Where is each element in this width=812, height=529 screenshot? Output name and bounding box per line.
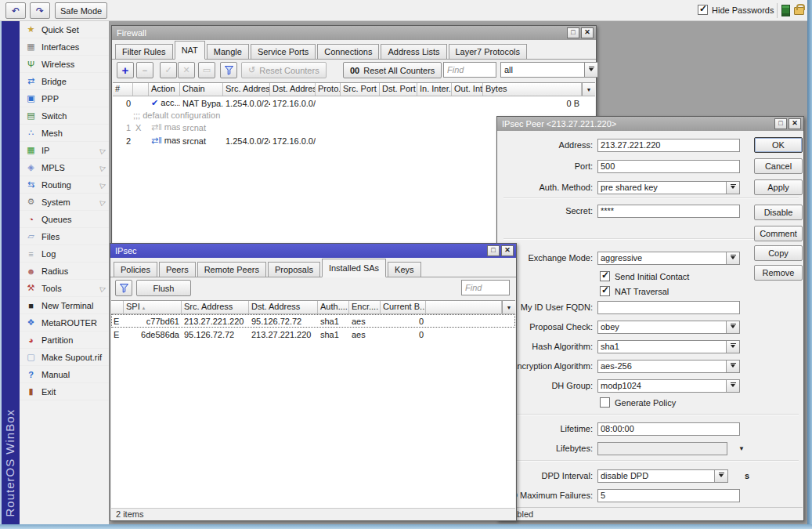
undo-button[interactable]: ↶ <box>5 2 26 19</box>
sidebar-item-ip[interactable]: ▦IP▷ <box>20 142 109 159</box>
column-header-Dst. Address[interactable]: Dst. Address <box>270 83 316 96</box>
firewall-tab-mangle[interactable]: Mangle <box>207 44 249 59</box>
column-header-Auth....[interactable]: Auth.... <box>318 301 349 313</box>
ipsec-sa-row[interactable]: E6de586da95.126.72.72213.27.221.220sha1a… <box>111 328 515 341</box>
ipsec-find-input[interactable] <box>461 280 510 295</box>
sidebar-item-switch[interactable]: ▤Switch <box>20 107 109 125</box>
disable-button[interactable]: Disable <box>754 205 803 220</box>
sidebar-item-quick-set[interactable]: ★Quick Set <box>20 21 109 38</box>
firewall-tab-layer7-protocols[interactable]: Layer7 Protocols <box>449 44 528 59</box>
apply-button[interactable]: Apply <box>754 179 803 195</box>
ipsec-tab-proposals[interactable]: Proposals <box>268 262 320 277</box>
disable-rule-button[interactable]: ✕ <box>178 62 195 78</box>
close-icon[interactable]: ✕ <box>789 118 801 129</box>
firewall-tab-connections[interactable]: Connections <box>317 44 379 59</box>
redo-button[interactable]: ↷ <box>30 2 50 19</box>
comment-button[interactable]: Comment <box>754 226 803 241</box>
firewall-tab-nat[interactable]: NAT <box>175 41 205 60</box>
dropdown-button[interactable] <box>726 252 739 264</box>
firewall-find-input[interactable] <box>443 62 496 78</box>
firewall-tab-service-ports[interactable]: Service Ports <box>251 44 316 59</box>
column-select-button[interactable]: ▼ <box>502 301 515 313</box>
sidebar-item-files[interactable]: ▱Files <box>20 228 109 245</box>
dropdown-button[interactable] <box>726 380 739 392</box>
flush-button[interactable]: Flush <box>136 280 191 296</box>
proposal-input[interactable]: obey <box>597 321 740 334</box>
column-header-Src. Address[interactable]: Src. Address <box>182 301 249 313</box>
column-header-Dst. Port[interactable]: Dst. Port <box>380 83 417 96</box>
maximize-icon[interactable]: □ <box>567 27 579 38</box>
ipsec-tab-peers[interactable]: Peers <box>159 262 196 277</box>
ipsec-sa-row[interactable]: Ec77bd61213.27.221.22095.126.72.72sha1ae… <box>111 314 515 328</box>
dhgroup-input[interactable]: modp1024 <box>597 379 740 393</box>
column-header-Current B...[interactable]: Current B... <box>381 301 426 313</box>
ipsec-tab-policies[interactable]: Policies <box>114 262 157 277</box>
column-header-Chain[interactable]: Chain <box>180 83 223 96</box>
sidebar-item-routing[interactable]: ⇆Routing▷ <box>20 176 109 194</box>
safe-mode-button[interactable]: Safe Mode <box>55 2 107 19</box>
column-header-#[interactable]: # <box>113 83 133 96</box>
lifetime-input[interactable]: 08:00:00 <box>597 422 740 436</box>
address-input[interactable]: 213.27.221.220 <box>597 139 740 152</box>
sidebar-item-manual[interactable]: ?Manual <box>20 366 109 383</box>
maximize-icon[interactable]: □ <box>774 118 787 129</box>
peer-dialog-titlebar[interactable]: IPsec Peer <213.27.221.220> □ ✕ <box>497 117 803 131</box>
close-icon[interactable]: ✕ <box>501 245 514 256</box>
checkbox-sendinit[interactable]: Send Initial Contact <box>600 271 689 281</box>
sidebar-item-mesh[interactable]: ∴Mesh <box>20 125 109 142</box>
comment-rule-button[interactable]: ▭ <box>198 62 215 78</box>
checkbox-genpolicy[interactable]: Generate Policy <box>600 397 676 408</box>
column-header-SPI[interactable]: SPI ▲ <box>124 301 182 313</box>
dropdown-button[interactable] <box>726 182 739 194</box>
sidebar-item-interfaces[interactable]: ▦Interfaces <box>20 38 109 56</box>
filter-button[interactable] <box>220 62 237 78</box>
sidebar-item-new-terminal[interactable]: ■New Terminal <box>20 297 109 314</box>
sidebar-item-partition[interactable]: ◕Partition <box>20 332 109 349</box>
sidebar-item-bridge[interactable]: ⇄Bridge <box>20 73 109 90</box>
reset-all-counters-button[interactable]: 00 Reset All Counters <box>343 62 442 78</box>
column-header-Bytes[interactable]: Bytes <box>483 83 582 96</box>
hide-passwords-control[interactable]: Hide Passwords <box>698 5 774 15</box>
firewall-tab-filter-rules[interactable]: Filter Rules <box>115 44 173 59</box>
secret-input[interactable]: **** <box>597 205 740 218</box>
cancel-button[interactable]: Cancel <box>754 158 803 174</box>
ipsec-tab-remote-peers[interactable]: Remote Peers <box>197 262 266 277</box>
copy-button[interactable]: Copy <box>754 245 803 261</box>
column-header-flag[interactable] <box>133 83 149 96</box>
ipsec-tab-keys[interactable]: Keys <box>388 262 420 277</box>
column-header-flag[interactable] <box>111 301 124 313</box>
dropdown-button[interactable] <box>726 321 739 333</box>
close-icon[interactable]: ✕ <box>581 27 594 38</box>
ok-button[interactable]: OK <box>754 137 803 153</box>
remove-button[interactable]: Remove <box>754 265 803 281</box>
lifebytes-input[interactable] <box>597 442 727 455</box>
column-select-button[interactable]: ▼ <box>582 83 595 96</box>
ipsec-titlebar[interactable]: IPsec □ ✕ <box>110 244 516 258</box>
column-header-Proto...[interactable]: Proto... <box>316 83 341 96</box>
sidebar-item-ppp[interactable]: ▣PPP <box>20 90 109 107</box>
sidebar-item-radius[interactable]: ☻Radius <box>20 263 109 280</box>
enable-rule-button[interactable]: ✓ <box>160 62 177 78</box>
firewall-filter-dropdown-button[interactable] <box>584 62 598 78</box>
firewall-rule-row[interactable]: 0✔ acc...NAT Bypa...1.254.0.0/24172.16.0… <box>113 96 595 110</box>
hide-passwords-checkbox[interactable] <box>698 5 708 15</box>
column-header-Action[interactable]: Action <box>149 83 180 96</box>
sidebar-item-queues[interactable]: ◔Queues <box>20 211 109 228</box>
port-input[interactable]: 500 <box>597 160 740 173</box>
auth-input[interactable]: pre shared key <box>597 181 740 194</box>
add-rule-button[interactable]: + <box>117 62 134 78</box>
sidebar-item-wireless[interactable]: ΨWireless <box>20 56 109 73</box>
column-header-Src. Address[interactable]: Src. Address <box>223 83 270 96</box>
column-header-Encr....[interactable]: Encr.... <box>349 301 381 313</box>
maximize-icon[interactable]: □ <box>487 245 500 256</box>
filter-button[interactable] <box>115 280 132 296</box>
firewall-titlebar[interactable]: Firewall □ ✕ <box>112 26 596 40</box>
checkbox-nattrav[interactable]: NAT Traversal <box>600 286 669 296</box>
dropdown-button[interactable] <box>726 361 739 372</box>
dropdown-button[interactable] <box>714 470 727 482</box>
encr-input[interactable]: aes-256 <box>597 360 740 373</box>
sidebar-item-mpls[interactable]: ◈MPLS▷ <box>20 159 109 176</box>
sidebar-item-make-supout[interactable]: ▢Make Supout.rif <box>20 349 109 366</box>
dropdown-button[interactable] <box>726 341 739 353</box>
dropdown-arrow-icon[interactable]: ▼ <box>738 445 745 452</box>
